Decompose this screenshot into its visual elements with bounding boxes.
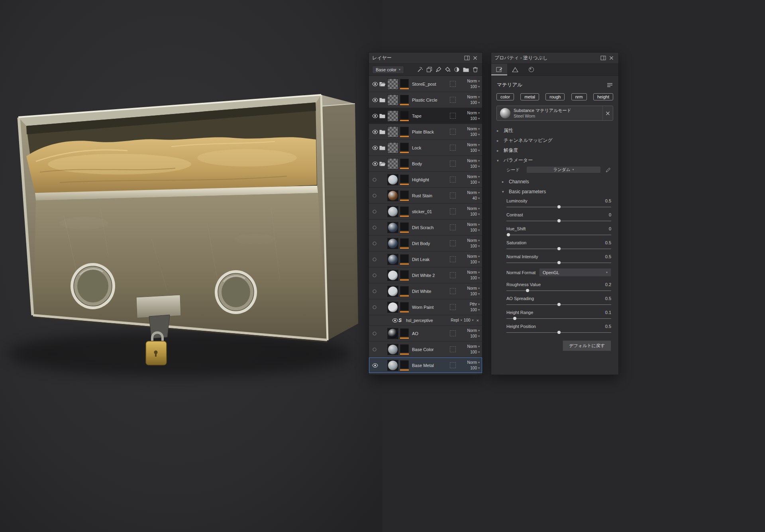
opacity-dropdown[interactable]: 100▾ [470,308,480,312]
layer-row[interactable]: AONorm▾100▾ [369,326,482,342]
opacity-dropdown[interactable]: 40▾ [473,196,480,200]
opacity-dropdown[interactable]: 100▾ [470,117,480,121]
close-icon[interactable] [471,54,479,62]
opacity-dropdown[interactable]: 100▾ [470,350,480,354]
layer-row[interactable]: BodyNorm▾100▾ [369,156,482,172]
layer-row[interactable]: TapeNorm▾100▾ [369,108,482,124]
layer-visibility-toggle[interactable] [372,305,379,310]
channel-chip-rough[interactable]: rough [545,93,565,100]
mask-slot[interactable] [450,304,456,310]
slider-knob[interactable] [557,261,561,264]
section-basic-parameters[interactable]: ▾ Basic parameters [491,186,618,196]
material-slot[interactable]: Substance マテリアルモード Steel Worn [496,106,613,121]
add-effect-icon[interactable] [416,66,424,74]
channel-chip-nrm[interactable]: nrm [571,93,587,100]
layer-row[interactable]: Dirt BodyNorm▾100▾ [369,236,482,251]
section-resolution[interactable]: ▸ 解像度 [491,145,618,155]
layer-row[interactable]: Dirt WhiteNorm▾100▾ [369,283,482,299]
mask-slot[interactable] [450,145,456,151]
reset-defaults-button[interactable]: デフォルトに戻す [563,340,611,351]
slider-knob[interactable] [557,303,561,306]
layer-visibility-toggle[interactable] [372,193,379,198]
layer-visibility-toggle[interactable] [372,82,379,86]
channel-selector-dropdown[interactable]: Base color ▾ [372,66,404,74]
add-fill-layer-icon[interactable] [426,66,433,74]
tab-shader[interactable] [523,64,539,75]
remove-effect-button[interactable]: × [477,318,479,323]
blend-mode-dropdown[interactable]: Norm▾ [467,223,480,227]
layer-visibility-toggle[interactable] [372,225,379,230]
layer-row[interactable]: sticker_01Norm▾100▾ [369,204,482,220]
slider-knob[interactable] [557,219,561,222]
blend-mode-dropdown[interactable]: Norm▾ [467,111,480,115]
mask-slot[interactable] [450,113,456,119]
mask-slot[interactable] [450,81,456,87]
layer-visibility-toggle[interactable] [372,241,379,246]
blend-mode-dropdown[interactable]: Norm▾ [467,287,480,291]
mask-slot[interactable] [450,288,456,294]
opacity-dropdown[interactable]: 100▾ [470,85,480,89]
opacity-dropdown[interactable]: 100▾ [470,228,480,232]
add-group-icon[interactable] [462,66,470,74]
layer-row[interactable]: HighlightNorm▾100▾ [369,172,482,188]
seed-random-button[interactable]: ランダム ▾ [527,167,600,173]
opacity-dropdown[interactable]: 100▾ [470,212,480,216]
close-icon[interactable] [607,54,615,62]
section-channels[interactable]: ▸ Channels [491,177,618,186]
param-slider[interactable] [506,332,611,333]
layer-visibility-toggle[interactable] [372,289,379,294]
mask-slot[interactable] [450,177,456,183]
layer-visibility-toggle[interactable] [372,98,379,102]
opacity-dropdown[interactable]: 100▾ [470,101,480,105]
mask-slot[interactable] [450,192,456,198]
opacity-dropdown[interactable]: 100▾ [470,181,480,185]
blend-mode-dropdown[interactable]: Norm▾ [467,175,480,179]
layer-visibility-toggle[interactable] [372,209,379,214]
section-attributes[interactable]: ▸ 属性 [491,126,618,135]
slider-knob[interactable] [557,247,561,250]
effect-blend-dropdown[interactable]: Repl [451,318,459,322]
viewport-3d[interactable] [0,0,382,532]
layer-visibility-toggle[interactable] [372,363,379,368]
opacity-dropdown[interactable]: 100▾ [470,276,480,280]
blend-mode-dropdown[interactable]: Norm▾ [467,255,480,259]
layer-row[interactable]: Plate BlackNorm▾100▾ [369,124,482,140]
mask-slot[interactable] [450,97,456,103]
blend-mode-dropdown[interactable]: Norm▾ [467,345,480,349]
layer-visibility-toggle[interactable] [392,318,398,323]
opacity-dropdown[interactable]: 100▾ [470,260,480,264]
layer-row[interactable]: LockNorm▾100▾ [369,140,482,156]
mask-slot[interactable] [450,346,456,352]
blend-mode-dropdown[interactable]: Norm▾ [467,207,480,211]
mask-slot[interactable] [450,362,456,368]
blend-mode-dropdown[interactable]: Norm▾ [467,159,480,163]
blend-mode-dropdown[interactable]: Norm▾ [467,329,480,333]
channel-chip-height[interactable]: height [593,93,613,100]
layer-row[interactable]: Dirt ScrachNorm▾100▾ [369,220,482,236]
blend-mode-dropdown[interactable]: Norm▾ [467,95,480,99]
opacity-dropdown[interactable]: 100▾ [470,366,480,370]
layer-visibility-toggle[interactable] [372,130,379,134]
mask-slot[interactable] [450,256,456,262]
blend-mode-dropdown[interactable]: Norm▾ [467,271,480,275]
opacity-dropdown[interactable]: 100▾ [470,149,480,153]
channel-chip-metal[interactable]: metal [520,93,539,100]
mask-slot[interactable] [450,161,456,167]
slider-knob[interactable] [526,289,529,292]
layer-row[interactable]: StoreE_postNorm▾100▾ [369,76,482,92]
slider-knob[interactable] [557,205,561,208]
mask-slot[interactable] [450,224,456,230]
param-slider[interactable] [506,249,611,249]
opacity-dropdown[interactable]: 100▾ [470,244,480,248]
param-slider[interactable] [506,263,611,263]
channel-chip-color[interactable]: color [496,93,514,100]
layer-visibility-toggle[interactable] [372,145,379,150]
slider-knob[interactable] [513,317,516,320]
mask-slot[interactable] [450,272,456,278]
param-slider[interactable] [506,235,611,235]
smudge-icon[interactable] [453,66,461,74]
layer-visibility-toggle[interactable] [372,114,379,118]
seed-edit-icon[interactable] [604,166,612,174]
dock-icon[interactable] [463,54,471,62]
mask-slot[interactable] [450,240,456,246]
